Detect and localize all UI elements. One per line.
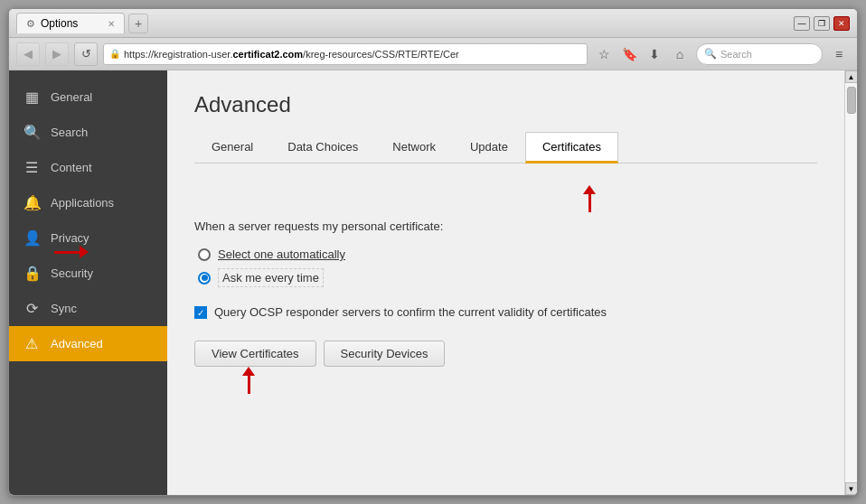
menu-icon[interactable]: ≡ bbox=[828, 43, 850, 65]
sidebar-icon-advanced: ⚠ bbox=[24, 335, 40, 352]
toolbar-icons: ☆ 🔖 ⬇ ⌂ bbox=[593, 43, 691, 65]
sidebar-item-security[interactable]: 🔒 Security bbox=[9, 256, 167, 291]
sidebar-item-privacy[interactable]: 👤 Privacy bbox=[9, 220, 167, 256]
sidebar-icon-applications: 🔔 bbox=[24, 194, 40, 211]
scroll-thumb[interactable] bbox=[847, 87, 856, 114]
sidebar-icon-security: 🔒 bbox=[24, 265, 40, 282]
tab-close-button[interactable]: ✕ bbox=[108, 19, 115, 29]
new-tab-button[interactable]: + bbox=[128, 14, 148, 33]
ocsp-label: Query OCSP responder servers to confirm … bbox=[214, 305, 607, 319]
tab-general[interactable]: General bbox=[194, 132, 270, 163]
radio-askme-label: Ask me every time bbox=[218, 268, 324, 287]
sidebar-item-general[interactable]: ▦ General bbox=[9, 79, 167, 115]
radio-askme[interactable]: Ask me every time bbox=[198, 268, 817, 287]
sidebar-label-general: General bbox=[51, 90, 92, 104]
refresh-button[interactable]: ↺ bbox=[74, 42, 98, 66]
ocsp-checkbox-group[interactable]: ✓ Query OCSP responder servers to confir… bbox=[194, 305, 817, 319]
search-bar[interactable]: 🔍 Search bbox=[696, 43, 823, 65]
scroll-down-button[interactable]: ▼ bbox=[845, 482, 858, 495]
scroll-up-button[interactable]: ▲ bbox=[845, 70, 858, 83]
sidebar-item-search[interactable]: 🔍 Search bbox=[9, 115, 167, 150]
annotation-arrows-container bbox=[194, 367, 817, 394]
nav-bar: ◀ ▶ ↺ 🔒 https://kregistration-user.certi… bbox=[9, 38, 857, 70]
restore-button[interactable]: ❐ bbox=[814, 16, 830, 31]
sidebar-label-sync: Sync bbox=[51, 302, 77, 315]
sidebar-item-advanced[interactable]: ⚠ Advanced bbox=[9, 326, 167, 361]
sidebar-icon-content: ☰ bbox=[24, 159, 40, 176]
radio-auto-label: Select one automatically bbox=[218, 247, 345, 261]
sidebar-label-privacy: Privacy bbox=[51, 231, 89, 245]
options-tab[interactable]: ⚙ Options ✕ bbox=[16, 13, 125, 33]
minimize-button[interactable]: — bbox=[794, 16, 810, 31]
buttons-row: View Certificates Security Devices bbox=[194, 341, 817, 367]
sidebar-item-applications[interactable]: 🔔 Applications bbox=[9, 185, 167, 220]
sidebar-label-applications: Applications bbox=[51, 196, 114, 210]
tab-data-choices[interactable]: Data Choices bbox=[270, 132, 375, 163]
tab-icon: ⚙ bbox=[26, 18, 35, 30]
tab-certificates[interactable]: Certificates bbox=[525, 132, 618, 163]
content-wrapper: Advanced General Data Choices Network Up… bbox=[167, 70, 857, 495]
tabs-container: General Data Choices Network Update Cert… bbox=[194, 132, 817, 163]
bookmark-star-icon[interactable]: ☆ bbox=[593, 43, 615, 65]
sidebar-icon-privacy: 👤 bbox=[24, 229, 40, 247]
tab-update[interactable]: Update bbox=[453, 132, 525, 163]
scrollbar[interactable]: ▲ ▼ bbox=[844, 70, 857, 495]
cert-description: When a server requests my personal certi… bbox=[194, 219, 817, 233]
arrow-up-view-certs bbox=[194, 367, 303, 394]
tab-label: Options bbox=[41, 17, 78, 30]
tab-network[interactable]: Network bbox=[375, 132, 453, 163]
download-icon[interactable]: ⬇ bbox=[644, 43, 665, 65]
search-icon: 🔍 bbox=[704, 48, 717, 60]
address-text: https://kregistration-user.certificat2.c… bbox=[124, 49, 581, 60]
page-content: Advanced General Data Choices Network Up… bbox=[167, 70, 844, 495]
radio-group: Select one automatically Ask me every ti… bbox=[198, 247, 817, 287]
browser-window: ⚙ Options ✕ + — ❐ ✕ ◀ ▶ ↺ 🔒 https://kreg… bbox=[8, 8, 858, 496]
search-placeholder: Search bbox=[720, 49, 752, 60]
bookmark-save-icon[interactable]: 🔖 bbox=[618, 43, 640, 65]
sidebar-icon-general: ▦ bbox=[24, 89, 40, 106]
back-button[interactable]: ◀ bbox=[16, 42, 40, 66]
radio-auto-circle[interactable] bbox=[198, 248, 211, 261]
lock-icon: 🔒 bbox=[109, 49, 120, 59]
close-button[interactable]: ✕ bbox=[833, 16, 850, 31]
title-bar: ⚙ Options ✕ + — ❐ ✕ bbox=[9, 9, 857, 38]
forward-button[interactable]: ▶ bbox=[45, 42, 69, 66]
arrow-up-certificates-tab bbox=[583, 185, 596, 212]
sidebar-label-advanced: Advanced bbox=[51, 337, 103, 350]
page-wrapper: Advanced General Data Choices Network Up… bbox=[167, 70, 844, 495]
sidebar-label-search: Search bbox=[51, 126, 88, 139]
address-bar[interactable]: 🔒 https://kregistration-user.certificat2… bbox=[103, 43, 588, 65]
ocsp-checkbox[interactable]: ✓ bbox=[194, 306, 207, 319]
sidebar-label-security: Security bbox=[51, 266, 93, 280]
security-devices-button[interactable]: Security Devices bbox=[324, 341, 446, 367]
radio-askme-circle[interactable] bbox=[198, 272, 211, 285]
annotation-arrow-tabs bbox=[194, 185, 817, 212]
view-certificates-button[interactable]: View Certificates bbox=[194, 341, 316, 367]
sidebar-item-sync[interactable]: ⟳ Sync bbox=[9, 291, 167, 326]
home-icon[interactable]: ⌂ bbox=[669, 43, 691, 65]
sidebar-icon-sync: ⟳ bbox=[24, 300, 40, 317]
window-controls: — ❐ ✕ bbox=[794, 16, 850, 31]
sidebar-label-content: Content bbox=[51, 161, 92, 174]
sidebar-icon-search: 🔍 bbox=[24, 124, 40, 141]
tab-bar: ⚙ Options ✕ + bbox=[16, 13, 790, 33]
main-area: ▦ General 🔍 Search ☰ Content 🔔 Applicati… bbox=[9, 70, 857, 495]
page-title: Advanced bbox=[194, 92, 817, 117]
sidebar: ▦ General 🔍 Search ☰ Content 🔔 Applicati… bbox=[9, 70, 167, 495]
sidebar-item-content[interactable]: ☰ Content bbox=[9, 150, 167, 185]
radio-auto[interactable]: Select one automatically bbox=[198, 247, 817, 261]
